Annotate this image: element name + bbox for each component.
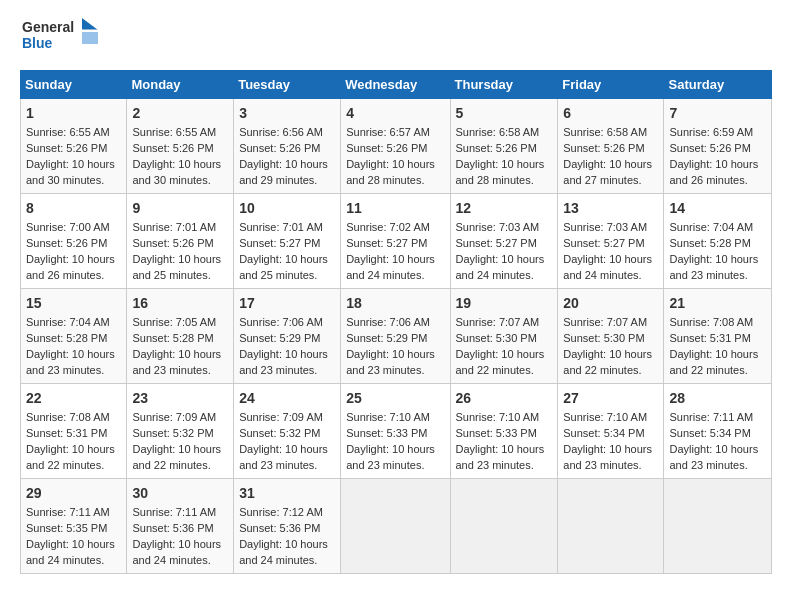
sunrise-text: Sunrise: 6:55 AM bbox=[26, 126, 110, 138]
sunset-text: Sunset: 5:33 PM bbox=[346, 427, 427, 439]
day-number: 24 bbox=[239, 388, 335, 408]
calendar-cell: 15Sunrise: 7:04 AMSunset: 5:28 PMDayligh… bbox=[21, 289, 127, 384]
daylight-text: Daylight: 10 hours and 26 minutes. bbox=[26, 253, 115, 281]
sunrise-text: Sunrise: 7:04 AM bbox=[26, 316, 110, 328]
calendar-cell: 3Sunrise: 6:56 AMSunset: 5:26 PMDaylight… bbox=[234, 99, 341, 194]
svg-text:Blue: Blue bbox=[22, 35, 53, 51]
sunset-text: Sunset: 5:29 PM bbox=[239, 332, 320, 344]
calendar-cell bbox=[558, 479, 664, 574]
sunrise-text: Sunrise: 6:58 AM bbox=[456, 126, 540, 138]
calendar-header: SundayMondayTuesdayWednesdayThursdayFrid… bbox=[21, 71, 772, 99]
col-header-thursday: Thursday bbox=[450, 71, 558, 99]
daylight-text: Daylight: 10 hours and 23 minutes. bbox=[563, 443, 652, 471]
sunrise-text: Sunrise: 7:07 AM bbox=[456, 316, 540, 328]
calendar-cell: 12Sunrise: 7:03 AMSunset: 5:27 PMDayligh… bbox=[450, 194, 558, 289]
sunset-text: Sunset: 5:28 PM bbox=[669, 237, 750, 249]
sunrise-text: Sunrise: 7:03 AM bbox=[456, 221, 540, 233]
daylight-text: Daylight: 10 hours and 23 minutes. bbox=[239, 443, 328, 471]
day-number: 9 bbox=[132, 198, 228, 218]
calendar-cell bbox=[341, 479, 450, 574]
daylight-text: Daylight: 10 hours and 30 minutes. bbox=[132, 158, 221, 186]
sunset-text: Sunset: 5:32 PM bbox=[132, 427, 213, 439]
sunrise-text: Sunrise: 7:10 AM bbox=[563, 411, 647, 423]
svg-text:General: General bbox=[22, 19, 74, 35]
sunset-text: Sunset: 5:26 PM bbox=[669, 142, 750, 154]
calendar-cell: 27Sunrise: 7:10 AMSunset: 5:34 PMDayligh… bbox=[558, 384, 664, 479]
sunrise-text: Sunrise: 7:03 AM bbox=[563, 221, 647, 233]
calendar-cell: 10Sunrise: 7:01 AMSunset: 5:27 PMDayligh… bbox=[234, 194, 341, 289]
sunrise-text: Sunrise: 7:09 AM bbox=[239, 411, 323, 423]
calendar-cell bbox=[450, 479, 558, 574]
sunrise-text: Sunrise: 7:01 AM bbox=[132, 221, 216, 233]
sunset-text: Sunset: 5:27 PM bbox=[456, 237, 537, 249]
sunrise-text: Sunrise: 7:09 AM bbox=[132, 411, 216, 423]
sunset-text: Sunset: 5:36 PM bbox=[239, 522, 320, 534]
daylight-text: Daylight: 10 hours and 24 minutes. bbox=[563, 253, 652, 281]
sunset-text: Sunset: 5:26 PM bbox=[26, 237, 107, 249]
calendar-cell: 1Sunrise: 6:55 AMSunset: 5:26 PMDaylight… bbox=[21, 99, 127, 194]
daylight-text: Daylight: 10 hours and 22 minutes. bbox=[132, 443, 221, 471]
day-number: 10 bbox=[239, 198, 335, 218]
sunrise-text: Sunrise: 7:10 AM bbox=[456, 411, 540, 423]
sunrise-text: Sunrise: 7:11 AM bbox=[132, 506, 216, 518]
svg-marker-3 bbox=[82, 32, 98, 44]
sunset-text: Sunset: 5:26 PM bbox=[26, 142, 107, 154]
logo: General Blue bbox=[20, 16, 100, 60]
daylight-text: Daylight: 10 hours and 26 minutes. bbox=[669, 158, 758, 186]
day-number: 20 bbox=[563, 293, 658, 313]
day-number: 18 bbox=[346, 293, 444, 313]
daylight-text: Daylight: 10 hours and 23 minutes. bbox=[346, 443, 435, 471]
sunset-text: Sunset: 5:30 PM bbox=[456, 332, 537, 344]
sunrise-text: Sunrise: 7:04 AM bbox=[669, 221, 753, 233]
sunset-text: Sunset: 5:26 PM bbox=[346, 142, 427, 154]
sunset-text: Sunset: 5:32 PM bbox=[239, 427, 320, 439]
day-number: 4 bbox=[346, 103, 444, 123]
day-number: 12 bbox=[456, 198, 553, 218]
col-header-monday: Monday bbox=[127, 71, 234, 99]
calendar-cell: 7Sunrise: 6:59 AMSunset: 5:26 PMDaylight… bbox=[664, 99, 772, 194]
sunset-text: Sunset: 5:36 PM bbox=[132, 522, 213, 534]
daylight-text: Daylight: 10 hours and 25 minutes. bbox=[239, 253, 328, 281]
day-number: 3 bbox=[239, 103, 335, 123]
logo-svg: General Blue bbox=[20, 16, 100, 60]
col-header-wednesday: Wednesday bbox=[341, 71, 450, 99]
daylight-text: Daylight: 10 hours and 28 minutes. bbox=[456, 158, 545, 186]
day-number: 30 bbox=[132, 483, 228, 503]
calendar-cell: 18Sunrise: 7:06 AMSunset: 5:29 PMDayligh… bbox=[341, 289, 450, 384]
day-number: 16 bbox=[132, 293, 228, 313]
sunset-text: Sunset: 5:26 PM bbox=[132, 237, 213, 249]
day-number: 26 bbox=[456, 388, 553, 408]
calendar-cell: 6Sunrise: 6:58 AMSunset: 5:26 PMDaylight… bbox=[558, 99, 664, 194]
sunrise-text: Sunrise: 7:12 AM bbox=[239, 506, 323, 518]
day-number: 1 bbox=[26, 103, 121, 123]
calendar-cell bbox=[664, 479, 772, 574]
day-number: 14 bbox=[669, 198, 766, 218]
daylight-text: Daylight: 10 hours and 24 minutes. bbox=[239, 538, 328, 566]
calendar-cell: 13Sunrise: 7:03 AMSunset: 5:27 PMDayligh… bbox=[558, 194, 664, 289]
day-number: 8 bbox=[26, 198, 121, 218]
calendar-week-1: 1Sunrise: 6:55 AMSunset: 5:26 PMDaylight… bbox=[21, 99, 772, 194]
sunset-text: Sunset: 5:33 PM bbox=[456, 427, 537, 439]
daylight-text: Daylight: 10 hours and 23 minutes. bbox=[239, 348, 328, 376]
calendar-week-3: 15Sunrise: 7:04 AMSunset: 5:28 PMDayligh… bbox=[21, 289, 772, 384]
sunset-text: Sunset: 5:26 PM bbox=[239, 142, 320, 154]
daylight-text: Daylight: 10 hours and 23 minutes. bbox=[346, 348, 435, 376]
sunrise-text: Sunrise: 6:56 AM bbox=[239, 126, 323, 138]
calendar-cell: 29Sunrise: 7:11 AMSunset: 5:35 PMDayligh… bbox=[21, 479, 127, 574]
sunrise-text: Sunrise: 6:58 AM bbox=[563, 126, 647, 138]
sunrise-text: Sunrise: 6:59 AM bbox=[669, 126, 753, 138]
daylight-text: Daylight: 10 hours and 22 minutes. bbox=[26, 443, 115, 471]
sunrise-text: Sunrise: 7:10 AM bbox=[346, 411, 430, 423]
calendar-cell: 31Sunrise: 7:12 AMSunset: 5:36 PMDayligh… bbox=[234, 479, 341, 574]
col-header-saturday: Saturday bbox=[664, 71, 772, 99]
daylight-text: Daylight: 10 hours and 28 minutes. bbox=[346, 158, 435, 186]
sunset-text: Sunset: 5:27 PM bbox=[563, 237, 644, 249]
calendar-cell: 20Sunrise: 7:07 AMSunset: 5:30 PMDayligh… bbox=[558, 289, 664, 384]
sunset-text: Sunset: 5:31 PM bbox=[669, 332, 750, 344]
daylight-text: Daylight: 10 hours and 23 minutes. bbox=[26, 348, 115, 376]
sunrise-text: Sunrise: 6:55 AM bbox=[132, 126, 216, 138]
day-number: 6 bbox=[563, 103, 658, 123]
calendar-cell: 17Sunrise: 7:06 AMSunset: 5:29 PMDayligh… bbox=[234, 289, 341, 384]
sunrise-text: Sunrise: 7:07 AM bbox=[563, 316, 647, 328]
daylight-text: Daylight: 10 hours and 24 minutes. bbox=[132, 538, 221, 566]
